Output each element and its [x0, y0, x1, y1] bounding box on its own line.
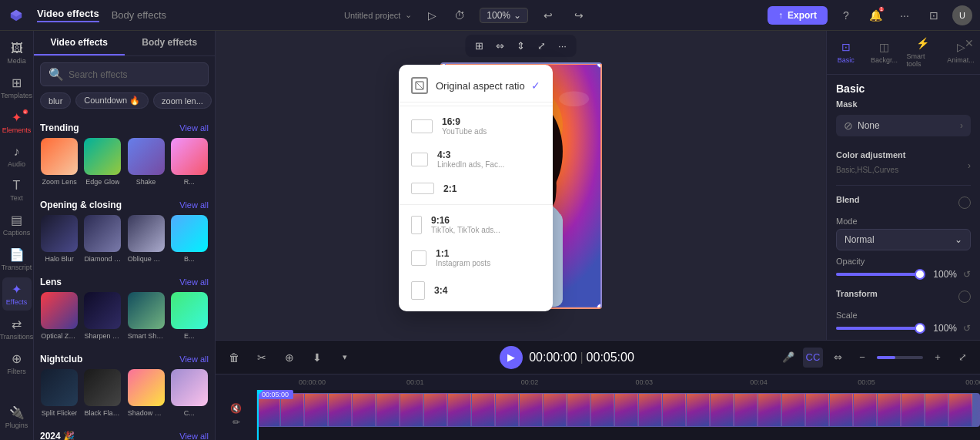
opacity-reset-icon[interactable]: ↺	[963, 269, 971, 280]
list-item[interactable]: Zoom Lens	[40, 138, 79, 186]
ratio-item-2-1[interactable]: 2:1	[399, 176, 553, 201]
handle-bottom-right[interactable]	[597, 304, 602, 309]
sync-button[interactable]: ⇔	[828, 348, 848, 368]
sidebar-item-plugins[interactable]: 🔌 Plugins	[2, 401, 32, 434]
list-item[interactable]: Split Flicker	[40, 369, 79, 417]
more-button[interactable]: ···	[894, 5, 915, 26]
ratio-item-4-3[interactable]: 4:3 LinkedIn ads, Fac...	[399, 143, 553, 176]
tab-body-effects-panel[interactable]: Body effects	[125, 31, 216, 55]
track-clip[interactable]	[257, 393, 980, 427]
filter-countdown[interactable]: Countdown 🔥	[75, 92, 149, 109]
export-button[interactable]: ↑ Export	[768, 6, 828, 25]
search-input[interactable]	[69, 69, 200, 80]
blend-mode-select[interactable]: Normal ⌄	[836, 229, 971, 250]
rp-tab-smart[interactable]: ⚡ Smart tools	[904, 31, 942, 74]
rhythm-button[interactable]: ⏱	[449, 5, 470, 26]
list-item[interactable]: Shake	[127, 138, 166, 186]
split-button[interactable]: ✂	[251, 347, 273, 368]
trending-view-all[interactable]: View all	[179, 123, 209, 133]
project-dropdown-icon[interactable]: ⌄	[405, 10, 412, 20]
2024-view-all[interactable]: View all	[179, 432, 209, 440]
zoom-slider[interactable]	[877, 356, 923, 359]
nightclub-view-all[interactable]: View all	[179, 354, 209, 364]
flip-v-button[interactable]: ⇕	[513, 38, 529, 54]
ratio-item-1-1[interactable]: 1:1 Instagram posts	[399, 241, 553, 274]
list-item[interactable]: R...	[170, 138, 209, 186]
help-button[interactable]: ?	[835, 5, 857, 26]
zoom-in-button[interactable]: +	[928, 348, 948, 368]
color-adjustment-row[interactable]: Color adjustment Basic,HSL,Curves ›	[836, 146, 971, 186]
ratio-item-3-4[interactable]: 3:4	[399, 274, 553, 307]
sidebar-item-filters[interactable]: ⊕ Filters	[2, 347, 32, 380]
zoom-control[interactable]: 100% ⌄	[480, 8, 528, 23]
transform-toggle[interactable]	[958, 291, 971, 303]
list-item[interactable]: Black Flash 1	[83, 369, 122, 417]
redo-button[interactable]: ↪	[568, 5, 590, 26]
filter-zoom[interactable]: zoom len...	[153, 92, 212, 109]
sidebar-item-audio[interactable]: ♪ Audio	[2, 140, 32, 173]
lens-view-all[interactable]: View all	[179, 277, 209, 287]
list-item[interactable]: Edge Glow	[83, 138, 122, 186]
sidebar-item-media[interactable]: 🖼 Media	[2, 37, 32, 69]
download-button[interactable]: ⬇	[306, 347, 328, 368]
list-item[interactable]: C...	[170, 369, 209, 417]
resize-button[interactable]: ⤢	[533, 38, 550, 54]
sidebar-item-text[interactable]: T Text	[2, 174, 32, 207]
play-button[interactable]: ▷	[421, 5, 443, 26]
fullscreen-button[interactable]: ⤢	[952, 348, 972, 368]
search-box[interactable]: 🔍	[40, 62, 209, 86]
list-item[interactable]: E...	[170, 292, 209, 340]
timeline-play-button[interactable]: ▶	[500, 346, 523, 369]
crop-tool-button[interactable]: ⊞	[471, 38, 487, 54]
sidebar-item-templates[interactable]: ⊞ Templates	[2, 71, 32, 104]
ratio-item-9-16[interactable]: 9:16 TikTok, TikTok ads...	[399, 208, 553, 241]
mute-button[interactable]: 🔇	[230, 403, 242, 414]
mic-button[interactable]: 🎤	[778, 348, 798, 368]
project-name[interactable]: Untitled project ⌄	[344, 10, 412, 20]
notification-button[interactable]: 🔔 1	[865, 5, 886, 26]
sidebar-item-effects[interactable]: ✦ Effects	[2, 277, 32, 311]
list-item[interactable]: Diamond Zo...	[83, 215, 122, 263]
flip-h-button[interactable]: ⇔	[492, 38, 508, 54]
list-item[interactable]: Sharpen Edg...	[83, 292, 122, 340]
tab-video-effects-panel[interactable]: Video effects	[34, 31, 125, 55]
opening-view-all[interactable]: View all	[179, 200, 209, 210]
track-edit-button[interactable]: ✏	[232, 417, 240, 428]
sidebar-item-captions[interactable]: ▤ Captions	[2, 208, 32, 241]
list-item[interactable]: Oblique Blur	[127, 215, 166, 263]
handle-top-right[interactable]	[597, 62, 602, 68]
rp-tab-backdrop[interactable]: ◫ Backgr...	[865, 31, 904, 74]
playhead[interactable]	[257, 390, 259, 440]
scale-slider-track[interactable]	[836, 327, 920, 330]
scale-reset-icon[interactable]: ↺	[963, 323, 971, 334]
caption-tl-button[interactable]: CC	[803, 348, 823, 368]
tab-body-effects[interactable]: Body effects	[112, 9, 166, 21]
zoom-out-button[interactable]: −	[852, 348, 872, 368]
scale-slider-thumb[interactable]	[915, 323, 925, 334]
trim-button[interactable]: ⊕	[279, 347, 300, 368]
opacity-slider-thumb[interactable]	[915, 269, 925, 280]
rp-tab-animate[interactable]: ▷ Animat...	[942, 31, 980, 74]
list-item[interactable]: Optical Zoo...	[40, 292, 79, 340]
list-item[interactable]: Smart Sharp...	[127, 292, 166, 340]
opacity-slider-track[interactable]	[836, 273, 920, 276]
list-item[interactable]: Shadow neg...	[127, 369, 166, 417]
sidebar-item-elements[interactable]: ✦ Elements +	[2, 106, 32, 139]
undo-button[interactable]: ↩	[537, 5, 559, 26]
tab-video-effects[interactable]: Video effects	[37, 8, 99, 22]
more-canvas-button[interactable]: ···	[554, 38, 570, 54]
delete-clip-button[interactable]: 🗑	[223, 347, 245, 368]
more-tl-button[interactable]: ▾	[334, 347, 356, 368]
list-item[interactable]: B...	[170, 215, 209, 263]
user-avatar[interactable]: U	[952, 5, 972, 25]
rp-tab-basic[interactable]: ⊡ Basic	[827, 31, 865, 74]
list-item[interactable]: Halo Blur	[40, 215, 79, 263]
layout-button[interactable]: ⊡	[923, 5, 945, 26]
mask-control[interactable]: ⊘ None ›	[836, 115, 971, 136]
blend-toggle[interactable]	[958, 196, 971, 209]
sidebar-item-transcript[interactable]: 📄 Transcript	[2, 243, 32, 276]
right-panel-close-button[interactable]: ✕	[965, 37, 974, 49]
sidebar-item-transitions[interactable]: ⇄ Transitions	[2, 312, 32, 345]
ratio-item-16-9[interactable]: 16:9 YouTube ads	[399, 109, 553, 143]
filter-blur[interactable]: blur	[40, 92, 71, 109]
